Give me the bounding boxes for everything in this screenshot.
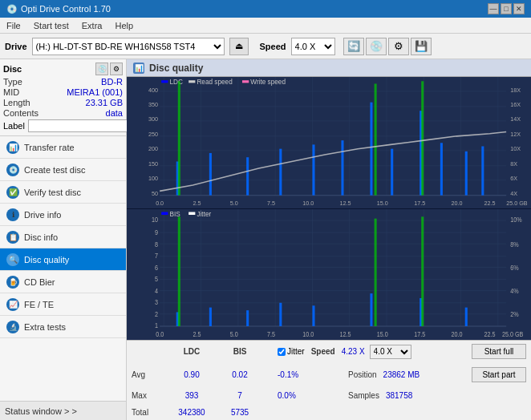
- close-button[interactable]: ✕: [513, 3, 525, 14]
- disc-info-label: Disc info: [24, 232, 58, 242]
- sidebar-item-disc-quality[interactable]: 🔍 Disc quality: [0, 248, 126, 271]
- svg-text:12X: 12X: [510, 131, 521, 138]
- svg-rect-61: [440, 143, 443, 195]
- disc-icon-gear[interactable]: ⚙: [110, 63, 123, 75]
- toolbar-icon-disc[interactable]: 💿: [366, 38, 387, 55]
- disc-section: Disc 💿 ⚙ Type BD-R MID MEIRA1 (001) Leng…: [0, 59, 126, 136]
- total-bis: 5735: [220, 408, 260, 417]
- cd-bier-label: CD Bier: [24, 277, 55, 287]
- svg-text:25.0 GB: 25.0 GB: [506, 200, 528, 207]
- toolbar-icon-refresh[interactable]: 🔄: [343, 38, 364, 55]
- start-part-button[interactable]: Start part: [472, 367, 526, 382]
- svg-text:15.0: 15.0: [377, 330, 388, 338]
- toolbar-icon-save[interactable]: 💾: [411, 38, 432, 55]
- svg-rect-57: [341, 140, 343, 196]
- svg-text:15.0: 15.0: [377, 200, 388, 207]
- action-buttons: Start full: [472, 344, 526, 359]
- svg-rect-0: [127, 77, 531, 208]
- svg-rect-63: [481, 146, 484, 195]
- svg-text:6%: 6%: [510, 264, 519, 272]
- svg-rect-120: [246, 310, 249, 326]
- toolbar-icon-settings[interactable]: ⚙: [388, 38, 409, 55]
- max-jitter: 0.0%: [278, 391, 342, 400]
- svg-text:5.0: 5.0: [230, 330, 238, 338]
- svg-text:Write speed: Write speed: [250, 78, 286, 86]
- svg-text:8X: 8X: [510, 160, 517, 168]
- svg-text:400: 400: [148, 87, 158, 94]
- svg-text:4%: 4%: [510, 287, 519, 295]
- svg-text:10.0: 10.0: [302, 200, 314, 207]
- start-full-button[interactable]: Start full: [472, 344, 526, 359]
- samples-label: Samples: [348, 391, 379, 400]
- disc-info-icon: 📋: [6, 231, 19, 244]
- svg-text:350: 350: [148, 101, 158, 108]
- svg-rect-50: [242, 80, 249, 83]
- menu-start-test[interactable]: Start test: [30, 20, 72, 31]
- status-window-label: Status window > >: [5, 406, 77, 416]
- verify-test-disc-label: Verify test disc: [24, 188, 81, 197]
- svg-rect-59: [391, 149, 393, 196]
- svg-text:18X: 18X: [510, 87, 521, 94]
- disc-contents-label: Contents: [3, 108, 39, 118]
- sidebar-item-disc-info[interactable]: 📋 Disc info: [0, 226, 126, 248]
- svg-text:10X: 10X: [510, 145, 521, 152]
- svg-rect-58: [370, 103, 372, 196]
- svg-rect-121: [279, 302, 282, 325]
- sidebar-item-create-test-disc[interactable]: 💿 Create test disc: [0, 159, 126, 181]
- max-row: Max 393 7 0.0% Samples 381758: [132, 391, 526, 400]
- disc-type-row: Type BD-R: [3, 77, 123, 87]
- app-icon: 💿: [6, 4, 18, 14]
- drive-info-label: Drive info: [24, 210, 61, 220]
- sidebar-item-cd-bier[interactable]: 🍺 CD Bier: [0, 271, 126, 293]
- status-window-link[interactable]: Status window > >: [0, 401, 126, 420]
- svg-rect-122: [312, 305, 314, 326]
- disc-label-input[interactable]: [28, 119, 135, 132]
- svg-rect-53: [209, 153, 212, 196]
- fe-te-icon: 📈: [6, 298, 19, 311]
- disc-length-label: Length: [3, 98, 30, 107]
- disc-label-text: Label: [3, 121, 25, 131]
- disc-contents-value: data: [106, 108, 123, 118]
- svg-rect-123: [370, 293, 372, 326]
- eject-button[interactable]: ⏏: [229, 38, 249, 55]
- svg-text:2.5: 2.5: [193, 330, 201, 338]
- drive-select[interactable]: (H:) HL-DT-ST BD-RE WH16NS58 TST4: [32, 38, 225, 55]
- chart1-svg: 400 350 300 250 200 150 100 50 18X 16X 1…: [127, 77, 531, 208]
- sidebar-item-fe-te[interactable]: 📈 FE / TE: [0, 293, 126, 316]
- svg-text:50: 50: [152, 190, 158, 197]
- avg-row: Avg 0.90 0.02 -0.1% Position 23862 MB St…: [132, 367, 526, 382]
- jitter-checkbox[interactable]: [278, 348, 286, 356]
- sidebar-item-transfer-rate[interactable]: 📊 Transfer rate: [0, 136, 126, 159]
- content-area: 📊 Disc quality: [127, 59, 531, 420]
- disc-mid-row: MID MEIRA1 (001): [3, 87, 123, 97]
- svg-text:12.5: 12.5: [340, 330, 351, 338]
- speed-header-label: Speed: [311, 347, 335, 356]
- maximize-button[interactable]: □: [501, 3, 512, 14]
- svg-text:17.5: 17.5: [414, 330, 425, 338]
- svg-text:22.5: 22.5: [484, 200, 496, 207]
- verify-test-disc-icon: ✅: [6, 186, 19, 199]
- svg-rect-119: [209, 307, 212, 325]
- svg-text:12.5: 12.5: [340, 200, 351, 207]
- menu-help[interactable]: Help: [111, 20, 136, 31]
- sidebar-item-drive-info[interactable]: ℹ Drive info: [0, 204, 126, 226]
- max-label: Max: [132, 391, 164, 400]
- svg-text:6: 6: [155, 264, 158, 272]
- sidebar-item-extra-tests[interactable]: 🔬 Extra tests: [0, 316, 126, 338]
- extra-tests-icon: 🔬: [6, 321, 19, 333]
- menu-file[interactable]: File: [3, 20, 24, 31]
- svg-text:10: 10: [152, 216, 158, 224]
- speed-select-stats[interactable]: 4.0 X: [370, 345, 411, 359]
- transfer-rate-label: Transfer rate: [24, 143, 75, 152]
- speed-current-value: 4.23 X: [342, 347, 365, 356]
- menu-extra[interactable]: Extra: [79, 20, 106, 31]
- toolbar-icons: 🔄 💿 ⚙ 💾: [343, 38, 432, 55]
- main-content: Disc 💿 ⚙ Type BD-R MID MEIRA1 (001) Leng…: [0, 59, 531, 420]
- disc-icon-cd[interactable]: 💿: [95, 63, 108, 75]
- extra-tests-label: Extra tests: [24, 322, 66, 332]
- svg-rect-66: [421, 81, 424, 195]
- speed-select[interactable]: 4.0 X: [291, 38, 335, 55]
- fe-te-label: FE / TE: [24, 300, 54, 309]
- minimize-button[interactable]: —: [488, 3, 499, 14]
- sidebar-item-verify-test-disc[interactable]: ✅ Verify test disc: [0, 181, 126, 204]
